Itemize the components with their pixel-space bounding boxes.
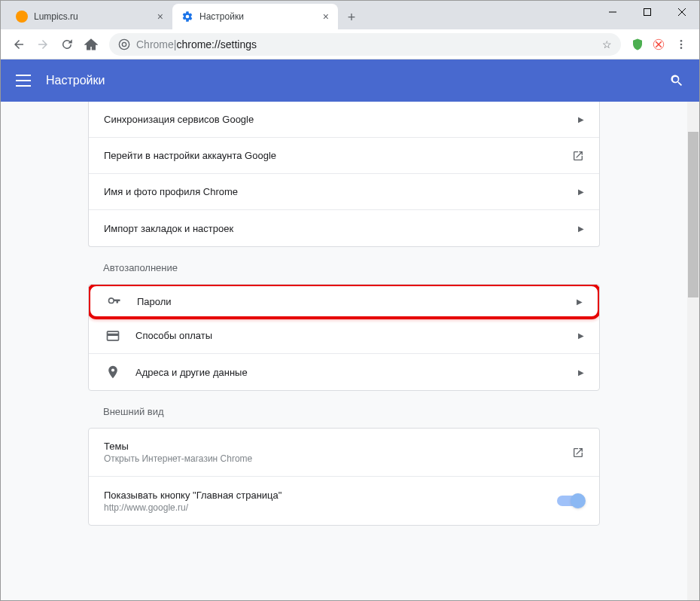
addresses-row[interactable]: Адреса и другие данные ▶ (89, 354, 599, 390)
browser-menu-button[interactable] (669, 32, 693, 56)
bookmark-star-icon[interactable]: ☆ (602, 38, 612, 50)
settings-header: Настройки (1, 59, 699, 102)
key-icon (105, 294, 123, 309)
svg-point-9 (680, 47, 683, 49)
reload-button[interactable] (55, 32, 79, 56)
import-bookmarks-row[interactable]: Импорт закладок и настроек ▶ (89, 210, 599, 246)
tab-title: Настройки (199, 11, 244, 22)
extension-adblock-icon[interactable] (648, 34, 669, 55)
row-sublabel: Открыть Интернет-магазин Chrome (104, 453, 572, 464)
show-home-button-row[interactable]: Показывать кнопку "Главная страница" htt… (89, 477, 599, 525)
row-label: Показывать кнопку "Главная страница" (104, 490, 557, 501)
new-tab-button[interactable]: + (341, 7, 362, 28)
payment-methods-row[interactable]: Способы оплаты ▶ (89, 318, 599, 354)
appearance-card: Темы Открыть Интернет-магазин Chrome Пок… (88, 428, 600, 526)
row-label: Адреса и другие данные (135, 367, 578, 378)
open-external-icon (572, 447, 584, 459)
tab-lumpics[interactable]: Lumpics.ru × (7, 4, 172, 29)
extension-shield-icon[interactable] (627, 34, 648, 55)
svg-point-4 (119, 39, 129, 49)
minimize-button[interactable] (595, 1, 630, 23)
close-icon[interactable]: × (323, 11, 329, 23)
tab-title: Lumpics.ru (34, 11, 78, 22)
chevron-right-icon: ▶ (578, 224, 584, 233)
credit-card-icon (104, 328, 122, 343)
home-button[interactable] (79, 32, 103, 56)
svg-rect-1 (644, 9, 651, 16)
themes-row[interactable]: Темы Открыть Интернет-магазин Chrome (89, 429, 599, 477)
settings-content: Синхронизация сервисов Google ▶ Перейти … (1, 102, 687, 600)
google-account-settings-row[interactable]: Перейти в настройки аккаунта Google (89, 138, 599, 174)
row-label: Пароли (137, 296, 577, 307)
chrome-icon (118, 38, 130, 50)
row-label: Имя и фото профиля Chrome (104, 186, 578, 197)
browser-toolbar: Chrome | chrome://settings ☆ (1, 29, 699, 59)
chevron-right-icon: ▶ (578, 115, 584, 124)
profile-name-photo-row[interactable]: Имя и фото профиля Chrome ▶ (89, 174, 599, 210)
address-bar[interactable]: Chrome | chrome://settings ☆ (109, 33, 621, 56)
row-sublabel: http://www.google.ru/ (104, 502, 557, 513)
close-icon[interactable]: × (157, 11, 163, 23)
chevron-right-icon: ▶ (578, 188, 584, 196)
row-label: Темы (104, 441, 572, 452)
sync-card: Синхронизация сервисов Google ▶ Перейти … (88, 102, 600, 247)
settings-favicon (181, 11, 193, 23)
sync-google-services-row[interactable]: Синхронизация сервисов Google ▶ (89, 102, 599, 138)
vertical-scrollbar[interactable] (687, 102, 699, 600)
row-label: Способы оплаты (135, 330, 578, 341)
row-label: Импорт закладок и настроек (104, 223, 578, 234)
menu-icon[interactable] (16, 75, 31, 87)
svg-point-5 (122, 42, 126, 46)
appearance-section-title: Внешний вид (88, 391, 600, 428)
passwords-row[interactable]: Пароли ▶ (88, 284, 600, 319)
chevron-right-icon: ▶ (577, 297, 583, 306)
scrollbar-thumb[interactable] (688, 132, 698, 297)
toggle-switch[interactable] (557, 496, 584, 506)
row-label: Перейти в настройки аккаунта Google (104, 150, 572, 161)
maximize-button[interactable] (630, 1, 665, 23)
row-label: Синхронизация сервисов Google (104, 114, 578, 125)
page-title: Настройки (46, 74, 105, 87)
url-path: chrome://settings (176, 38, 257, 50)
content-wrapper: Синхронизация сервисов Google ▶ Перейти … (1, 102, 699, 600)
forward-button[interactable] (31, 32, 55, 56)
tab-strip: Lumpics.ru × Настройки × + (1, 1, 362, 29)
url-prefix: Chrome (136, 38, 174, 50)
chevron-right-icon: ▶ (578, 331, 584, 340)
close-window-button[interactable] (665, 1, 699, 23)
tab-settings[interactable]: Настройки × (172, 4, 338, 29)
location-icon (104, 365, 122, 380)
svg-point-8 (680, 43, 683, 45)
chevron-right-icon: ▶ (578, 368, 584, 377)
open-external-icon (572, 150, 584, 162)
search-icon[interactable] (669, 73, 684, 88)
back-button[interactable] (7, 32, 31, 56)
window-titlebar: Lumpics.ru × Настройки × + (1, 1, 699, 29)
window-controls (595, 1, 699, 29)
autofill-section-title: Автозаполнение (88, 247, 600, 284)
lumpics-favicon (16, 11, 28, 23)
autofill-card: Пароли ▶ Способы оплаты ▶ Адреса и други… (88, 284, 600, 391)
svg-point-7 (680, 40, 683, 42)
